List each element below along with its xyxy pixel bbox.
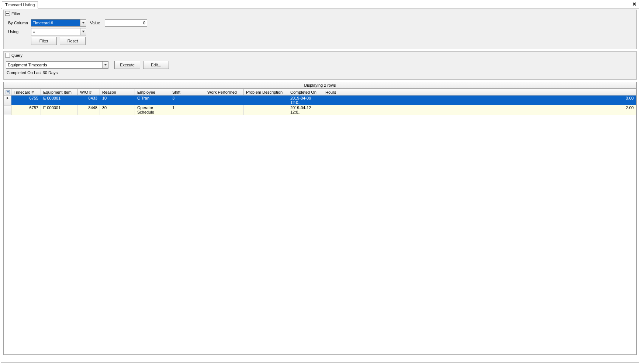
col-work[interactable]: Work Performed: [205, 89, 244, 96]
value-label: Value: [90, 21, 105, 25]
cell-reason: 10: [100, 96, 135, 105]
cell-hours: 0.00: [323, 96, 636, 105]
filter-button[interactable]: Filter: [31, 37, 57, 45]
col-employee[interactable]: Employee: [135, 89, 170, 96]
col-shift[interactable]: Shift: [170, 89, 205, 96]
edit-button[interactable]: Edit...: [143, 61, 169, 69]
query-group: Query Equipment Timecards Execute Edit..…: [3, 51, 637, 80]
col-timecard[interactable]: Timecard #: [11, 89, 41, 96]
cell-shift: 1: [170, 105, 205, 115]
collapse-filter-icon[interactable]: [5, 11, 10, 16]
grid-options-icon[interactable]: [4, 90, 11, 94]
row-indicator: [4, 96, 11, 105]
grid-caption: Displaying 2 rows: [4, 82, 636, 89]
col-equipment[interactable]: Equipment Item: [41, 89, 78, 96]
svg-rect-2: [7, 93, 9, 93]
grid-corner[interactable]: [4, 89, 11, 96]
col-hours[interactable]: Hours: [323, 89, 636, 96]
tab-timecard-listing[interactable]: Timecard Listing: [2, 1, 38, 8]
grid-header-row: Timecard # Equipment Item W/O # Reason E…: [4, 89, 636, 96]
cell-problem: [244, 96, 288, 105]
cell-work: [205, 105, 244, 115]
value-input[interactable]: [105, 19, 147, 27]
svg-rect-0: [6, 90, 10, 94]
table-row[interactable]: 6755 E 000001 8433 10 C Tran 3 2019-04-0…: [4, 96, 636, 105]
svg-rect-1: [7, 91, 9, 92]
col-completed[interactable]: Completed On: [288, 89, 323, 96]
reset-button[interactable]: Reset: [60, 37, 86, 45]
cell-problem: [244, 105, 288, 115]
cell-equipment: E 000001: [41, 96, 78, 105]
cell-reason: 30: [100, 105, 135, 115]
using-label: Using: [8, 30, 31, 34]
chevron-down-icon[interactable]: [80, 20, 86, 26]
col-wo[interactable]: W/O #: [78, 89, 100, 96]
cell-timecard: 6757: [11, 105, 41, 115]
query-description: Completed On Last 30 Days: [6, 70, 634, 77]
by-column-value: Timecard #: [31, 20, 80, 26]
cell-employee: C Tran: [135, 96, 170, 105]
cell-completed: 2019-04-09 12:0..: [288, 96, 323, 105]
using-value: =: [31, 28, 80, 35]
row-indicator: [4, 105, 11, 115]
cell-completed: 2019-04-12 12:0..: [288, 105, 323, 115]
col-problem[interactable]: Problem Description: [244, 89, 288, 96]
results-grid: Displaying 2 rows: [3, 82, 637, 355]
execute-button[interactable]: Execute: [114, 61, 140, 69]
body: Filter By Column Timecard # Value Using: [1, 8, 639, 357]
close-icon[interactable]: ✕: [632, 1, 637, 7]
cell-timecard: 6755: [11, 96, 41, 105]
cell-employee: Operator Schedule: [135, 105, 170, 115]
window: Timecard Listing ✕ Filter By Column Time…: [1, 1, 639, 363]
chevron-down-icon[interactable]: [102, 62, 108, 68]
by-column-label: By Column: [8, 21, 31, 25]
query-selected: Equipment Timecards: [6, 62, 102, 68]
chevron-down-icon[interactable]: [80, 28, 86, 35]
by-column-select[interactable]: Timecard #: [31, 19, 86, 27]
collapse-query-icon[interactable]: [5, 53, 10, 58]
tab-strip: Timecard Listing ✕: [1, 1, 639, 8]
cell-wo: 8448: [78, 105, 100, 115]
cell-equipment: E 000001: [41, 105, 78, 115]
cell-shift: 3: [170, 96, 205, 105]
cell-work: [205, 96, 244, 105]
query-title: Query: [11, 53, 23, 58]
cell-hours: 2.00: [323, 105, 636, 115]
filter-group: Filter By Column Timecard # Value Using: [3, 10, 637, 49]
using-select[interactable]: =: [31, 28, 86, 35]
table-row[interactable]: 6757 E 000001 8448 30 Operator Schedule …: [4, 105, 636, 115]
grid-scroll[interactable]: Timecard # Equipment Item W/O # Reason E…: [4, 89, 636, 354]
col-reason[interactable]: Reason: [100, 89, 135, 96]
row-pointer-icon: [7, 97, 8, 100]
query-select[interactable]: Equipment Timecards: [6, 61, 108, 69]
cell-wo: 8433: [78, 96, 100, 105]
filter-title: Filter: [11, 11, 20, 16]
